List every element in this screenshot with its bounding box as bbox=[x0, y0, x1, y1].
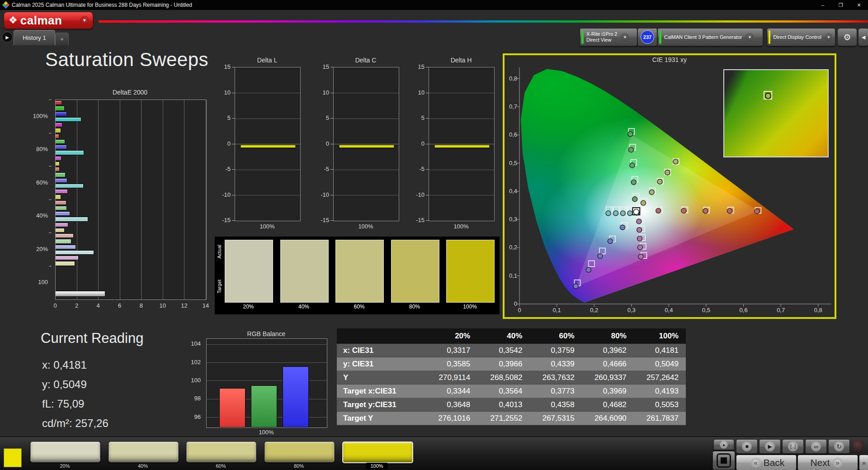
table-cell: 276,1016 bbox=[425, 412, 477, 425]
delta-x-label: 100% bbox=[333, 223, 398, 230]
tick-mark bbox=[330, 220, 333, 221]
minimize-button[interactable]: – bbox=[814, 0, 832, 10]
measured-point-cyan bbox=[620, 211, 625, 216]
tab-history-1[interactable]: History 1 bbox=[14, 30, 55, 45]
tick-mark bbox=[232, 118, 235, 119]
delta-l-chart: Delta L151050-5-10-15100% bbox=[210, 57, 300, 233]
meter-count-button[interactable]: 237 bbox=[637, 28, 657, 46]
current-reading-title: Current Reading bbox=[41, 330, 143, 347]
play-button[interactable]: ▶ bbox=[759, 439, 781, 454]
bottom-bar: 20%40%60%80%100% ▲ ■ ▶ [‥] ∞ ↻ « Back bbox=[0, 437, 868, 470]
deltae-bar bbox=[56, 211, 70, 216]
deltae-bar bbox=[56, 200, 66, 205]
rgb-balance-chart bbox=[206, 338, 327, 428]
next-button[interactable]: Next » bbox=[797, 455, 858, 470]
chevron-down-icon: ▼ bbox=[80, 16, 89, 25]
rgb-balance-title: RGB Balance bbox=[206, 330, 326, 337]
deltae-bar bbox=[56, 106, 65, 110]
cie-x-tick: 0,5 bbox=[700, 307, 712, 313]
pattern-swatch-button-80%[interactable] bbox=[264, 442, 335, 462]
delta-value-line bbox=[241, 145, 296, 148]
pattern-swatch-label: 40% bbox=[108, 463, 178, 469]
target-row-label: Target bbox=[217, 280, 222, 294]
rgb-bar-green bbox=[251, 385, 277, 427]
delta-y-tick: 5 bbox=[404, 114, 425, 121]
deltae-y-labels: 100%80%60%40%20%100 bbox=[24, 100, 52, 299]
tick-mark bbox=[426, 93, 429, 93]
add-tab-button[interactable]: + bbox=[55, 33, 69, 45]
page-title: Saturation Sweeps bbox=[45, 49, 208, 71]
measured-point-magenta bbox=[637, 245, 642, 250]
table-cell: 0,3344 bbox=[425, 385, 477, 398]
pattern-swatch-button-100%[interactable] bbox=[342, 442, 413, 463]
calman-menu-button[interactable]: ❖ calman ▼ bbox=[4, 12, 93, 29]
pattern-swatch-button-20%[interactable] bbox=[30, 442, 100, 462]
tab-nav-button[interactable]: ▶ bbox=[2, 32, 13, 43]
delta-y-tick: -5 bbox=[308, 166, 329, 172]
deltae-bar-group bbox=[56, 266, 206, 300]
pattern-generator-button[interactable]: CalMAN Client 3 Pattern Generator ▼ bbox=[657, 28, 763, 46]
continuous-measure-button[interactable]: ∞ bbox=[805, 439, 827, 454]
tick-mark bbox=[330, 144, 333, 144]
table-cell: 267,5315 bbox=[529, 412, 581, 425]
deltae-bar bbox=[56, 228, 65, 233]
tick-mark bbox=[49, 266, 52, 266]
panel-expand-button[interactable]: » bbox=[859, 455, 868, 470]
cie-y-tick: 0,8 bbox=[503, 75, 517, 82]
table-cell: 264,6090 bbox=[582, 412, 634, 425]
actual-target-swatch-strip: Actual Target 20%40%60%80%100% bbox=[215, 237, 500, 314]
chevron-down-icon: ▼ bbox=[621, 33, 629, 41]
table-cell: 270,9114 bbox=[425, 371, 477, 385]
display-control-label: Direct Display Control bbox=[773, 34, 821, 40]
rgb-y-tick: 96 bbox=[194, 413, 201, 420]
deltae-bar bbox=[56, 239, 71, 243]
refresh-button[interactable]: ↻ bbox=[828, 439, 850, 454]
calman-logo-text: calman bbox=[20, 14, 62, 28]
chevron-down-icon: ▼ bbox=[745, 33, 754, 41]
current-pattern-swatch[interactable] bbox=[4, 448, 22, 467]
pattern-swatch-button-40%[interactable] bbox=[108, 442, 179, 462]
current-reading-cdm2: cd/m²: 257,26 bbox=[42, 417, 108, 430]
cie-chart-title: CIE 1931 xy bbox=[503, 56, 836, 63]
zero-line bbox=[235, 144, 300, 144]
swatch-label: 20% bbox=[225, 304, 272, 310]
gridline bbox=[207, 362, 327, 363]
gridline bbox=[334, 119, 399, 119]
next-label: Next bbox=[810, 457, 830, 468]
delta-chart-title: Delta L bbox=[235, 57, 300, 64]
back-button[interactable]: « Back bbox=[736, 455, 797, 470]
delta-y-tick: 0 bbox=[308, 140, 329, 147]
saturation-swatch bbox=[391, 240, 439, 303]
titlebar: Calman 2025 Calman Ultimate for Business… bbox=[0, 0, 868, 10]
measured-point-magenta bbox=[638, 254, 643, 259]
cie-y-tick: 0,6 bbox=[503, 131, 517, 138]
table-header-cell: 80% bbox=[582, 328, 634, 344]
window-title: Calman 2025 Calman Ultimate for Business… bbox=[12, 2, 192, 8]
rgb-y-tick: 98 bbox=[194, 395, 201, 402]
tick-mark bbox=[426, 67, 429, 67]
restore-button[interactable]: ❐ bbox=[832, 0, 850, 10]
settings-button[interactable]: ⚙ bbox=[837, 28, 857, 46]
display-control-button[interactable]: Direct Display Control ▼ bbox=[767, 28, 835, 46]
zero-line bbox=[429, 144, 494, 144]
white-point-measured bbox=[633, 209, 639, 214]
display-status-bar bbox=[769, 30, 770, 44]
pattern-window-button[interactable] bbox=[712, 451, 735, 470]
meter-select-button[interactable]: X-Rite i1Pro 2Direct View ▼ bbox=[580, 28, 637, 46]
delta-y-tick: 10 bbox=[210, 89, 231, 96]
deltae-group-label: 100% bbox=[33, 113, 48, 119]
tray-expand-button[interactable]: ▲ bbox=[713, 439, 734, 450]
collapse-panel-button[interactable]: ◀ bbox=[858, 28, 868, 46]
gridline bbox=[334, 93, 399, 93]
close-button[interactable]: ✕ bbox=[850, 0, 868, 10]
deltae-x-tick: 6 bbox=[116, 302, 123, 309]
saturation-swatch bbox=[335, 240, 384, 303]
deltae-bar bbox=[56, 128, 61, 133]
single-measure-button[interactable]: [‥] bbox=[782, 439, 804, 454]
stop-button[interactable]: ■ bbox=[736, 439, 758, 454]
pattern-swatch-label: 20% bbox=[30, 463, 99, 469]
swatch-label: 40% bbox=[280, 304, 328, 310]
table-cell: 260,9337 bbox=[582, 371, 634, 385]
pattern-swatch-button-60%[interactable] bbox=[186, 442, 256, 462]
measured-point-cyan bbox=[627, 211, 632, 216]
